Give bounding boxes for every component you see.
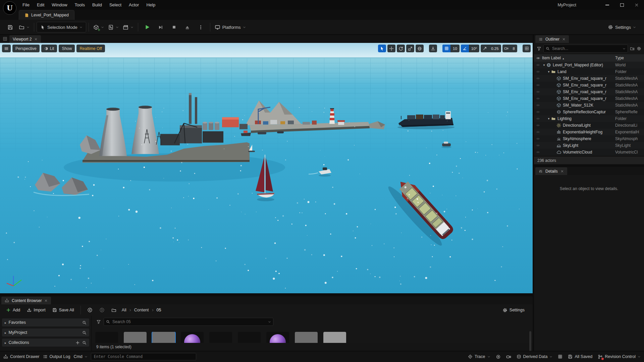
play-options-button[interactable]	[194, 22, 208, 32]
expander-icon[interactable]	[547, 117, 551, 120]
menu-tools[interactable]: Tools	[71, 0, 89, 10]
menu-file[interactable]: File	[19, 0, 33, 10]
scrollbar[interactable]	[529, 331, 531, 352]
table-row[interactable]: SM_Water_512K StaticMeshA	[534, 102, 644, 109]
outliner-search-input[interactable]	[551, 46, 621, 51]
maximize-button[interactable]	[614, 0, 629, 10]
type-column-header[interactable]: Type	[615, 56, 644, 60]
table-row[interactable]: Land Folder	[534, 68, 644, 75]
search-favorites-button[interactable]	[82, 320, 87, 325]
rotation-snap-control[interactable]: 10°	[461, 45, 479, 52]
visibility-column-header[interactable]	[534, 56, 542, 60]
record-button[interactable]	[496, 354, 501, 359]
show-dropdown[interactable]: Show	[59, 45, 75, 52]
visibility-eye-icon[interactable]	[534, 130, 542, 134]
asset-thumbnail[interactable]	[181, 332, 204, 343]
visibility-eye-icon[interactable]	[534, 63, 542, 67]
surface-snap-button[interactable]	[429, 45, 437, 52]
stop-button[interactable]	[167, 22, 181, 32]
visibility-eye-icon[interactable]	[534, 83, 542, 87]
viewport-canvas[interactable]: Perspective Lit Show Realtime Off 10	[0, 43, 533, 293]
outliner-search-box[interactable]	[543, 45, 628, 53]
expander-icon[interactable]	[547, 70, 551, 73]
platforms-dropdown[interactable]: Platforms	[213, 22, 248, 32]
close-icon[interactable]	[560, 170, 564, 173]
viewport-options-button[interactable]	[2, 45, 11, 52]
move-tool-button[interactable]	[387, 45, 395, 52]
forward-button[interactable]	[97, 306, 107, 314]
asset-search-box[interactable]	[104, 318, 273, 326]
revision-control-dropdown[interactable]: Revision Control	[598, 354, 641, 359]
panel-corner-icon[interactable]	[3, 37, 7, 41]
breadcrumb-all[interactable]: All	[122, 308, 126, 312]
menu-build[interactable]: Build	[89, 0, 106, 10]
scale-snap-value[interactable]: 0.25	[489, 45, 501, 52]
world-space-toggle[interactable]	[416, 45, 424, 52]
asset-thumbnail[interactable]	[124, 332, 147, 343]
grid-snap-toggle[interactable]	[442, 45, 450, 52]
screenshot-button[interactable]	[506, 354, 511, 359]
asset-thumbnail[interactable]	[209, 332, 232, 343]
visibility-eye-icon[interactable]	[534, 97, 542, 101]
chevron-down-icon[interactable]	[623, 47, 626, 50]
cmd-dropdown[interactable]: Cmd	[73, 354, 87, 359]
all-saved-button[interactable]: All Saved	[568, 354, 592, 359]
eject-button[interactable]	[181, 22, 194, 32]
visibility-eye-icon[interactable]	[534, 110, 542, 114]
add-button[interactable]: Add	[3, 306, 23, 314]
visibility-eye-icon[interactable]	[534, 76, 542, 80]
browse-content-button[interactable]	[17, 22, 32, 32]
rotation-snap-toggle[interactable]	[461, 45, 469, 52]
viewport-tab[interactable]: Viewport 2	[9, 35, 41, 43]
settings-dropdown[interactable]: Settings	[606, 22, 638, 32]
table-row[interactable]: SphereReflectionCaptur SphereRefle	[534, 109, 644, 115]
asset-thumbnail-selected[interactable]	[152, 332, 175, 343]
trace-dropdown[interactable]: Trace	[468, 354, 490, 359]
expander-icon[interactable]	[5, 340, 6, 345]
menu-edit[interactable]: Edit	[33, 0, 48, 10]
menu-window[interactable]: Window	[48, 0, 71, 10]
save-button[interactable]	[3, 22, 17, 32]
minimize-button[interactable]	[600, 0, 614, 10]
sidebar-item-myproject[interactable]: MyProject	[2, 328, 89, 337]
close-icon[interactable]	[562, 38, 566, 41]
breadcrumb-current[interactable]: 05	[157, 308, 161, 312]
breadcrumb-content[interactable]: Content	[134, 308, 149, 312]
sidebar-item-favorites[interactable]: Favorites	[2, 318, 89, 326]
quick-add-button[interactable]	[91, 22, 106, 32]
visibility-eye-icon[interactable]	[534, 117, 542, 121]
grid-snap-value[interactable]: 10	[450, 45, 460, 52]
close-button[interactable]	[629, 0, 644, 10]
table-row[interactable]: Lighting Folder	[534, 115, 644, 122]
asset-thumbnail[interactable]	[266, 332, 289, 343]
menu-help[interactable]: Help	[143, 0, 159, 10]
scale-snap-control[interactable]: 0.25	[481, 45, 501, 52]
asset-filter-button[interactable]	[96, 319, 101, 324]
details-tab[interactable]: Details	[535, 167, 567, 175]
selection-mode-dropdown[interactable]: Selection Mode	[37, 22, 86, 33]
table-row[interactable]: ExponentialHeightFog ExponentialH	[534, 129, 644, 135]
grid-snap-control[interactable]: 10	[442, 45, 460, 52]
visibility-eye-icon[interactable]	[534, 150, 542, 154]
filter-button[interactable]	[537, 46, 541, 51]
asset-thumbnail[interactable]	[323, 332, 346, 343]
unreal-logo[interactable]: U	[3, 1, 16, 15]
chevron-down-icon[interactable]	[268, 320, 271, 323]
console-command-input[interactable]	[91, 353, 196, 360]
table-row[interactable]: SM_Env_road_square_r StaticMeshA	[534, 88, 644, 95]
add-collection-button[interactable]	[75, 341, 80, 345]
table-row[interactable]: SM_Env_road_square_r StaticMeshA	[534, 75, 644, 82]
sidebar-item-collections[interactable]: Collections	[2, 339, 89, 347]
camera-speed-toggle[interactable]	[502, 45, 511, 52]
expander-icon[interactable]	[542, 63, 546, 67]
scale-snap-toggle[interactable]	[481, 45, 489, 52]
select-tool-button[interactable]	[378, 45, 386, 52]
rotation-snap-value[interactable]: 10°	[469, 45, 479, 52]
level-tab[interactable]: Level_Port_Mapped	[19, 10, 74, 20]
cinematics-button[interactable]	[121, 22, 136, 32]
outliner-settings-button[interactable]	[637, 46, 641, 51]
outliner-tab[interactable]: Outliner	[535, 35, 569, 43]
derived-data-dropdown[interactable]: Derived Data	[517, 354, 553, 359]
scale-tool-button[interactable]	[406, 45, 414, 52]
lit-dropdown[interactable]: Lit	[41, 45, 57, 52]
